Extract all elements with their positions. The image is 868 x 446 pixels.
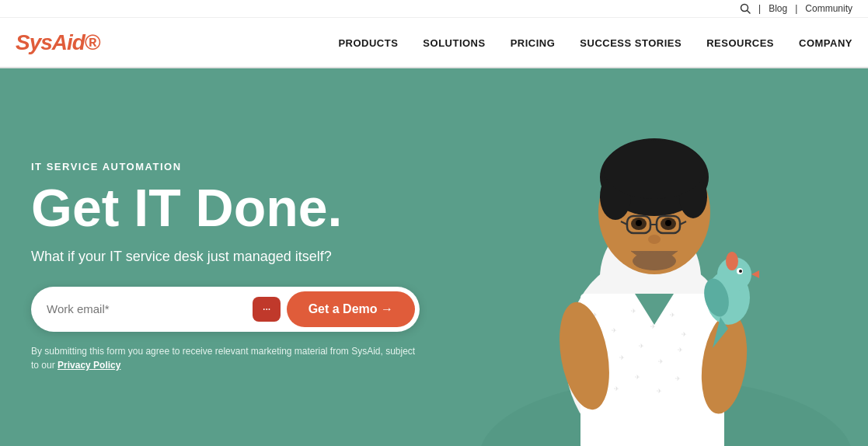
svg-point-18 bbox=[665, 220, 671, 226]
svg-text:✈: ✈ bbox=[612, 327, 617, 334]
svg-point-48 bbox=[726, 252, 738, 270]
nav-link-pricing[interactable]: PRICING bbox=[511, 37, 556, 49]
nav-item-solutions[interactable]: SOLUTIONS bbox=[423, 36, 485, 50]
hero-image: ✈ ✈ ✈ ✈ ✈ ✈ ✈ ✈ ✈ ✈ ✈ ✈ ✈ ✈ ✈ ✈ bbox=[464, 68, 868, 446]
hero-eyebrow: IT SERVICE AUTOMATION bbox=[31, 161, 420, 172]
logo-text: SysAid bbox=[16, 30, 85, 54]
nav-item-products[interactable]: PRODUCTS bbox=[338, 36, 398, 50]
hero-disclaimer: By submitting this form you agree to rec… bbox=[31, 344, 420, 372]
svg-point-17 bbox=[636, 220, 642, 226]
svg-text:✈: ✈ bbox=[657, 388, 662, 395]
svg-point-45 bbox=[739, 270, 742, 273]
hero-illustration: ✈ ✈ ✈ ✈ ✈ ✈ ✈ ✈ ✈ ✈ ✈ ✈ ✈ ✈ ✈ ✈ bbox=[479, 68, 852, 446]
hero-subtitle: What if your IT service desk just manage… bbox=[31, 249, 420, 265]
logo[interactable]: SysAid® bbox=[16, 30, 100, 55]
privacy-policy-link[interactable]: Privacy Policy bbox=[58, 360, 120, 371]
svg-point-19 bbox=[648, 235, 661, 244]
get-demo-button[interactable]: Get a Demo → bbox=[287, 291, 415, 327]
svg-marker-43 bbox=[751, 270, 759, 278]
svg-text:✈: ✈ bbox=[635, 374, 640, 381]
svg-point-9 bbox=[604, 140, 705, 199]
svg-line-1 bbox=[748, 11, 751, 14]
nav-item-pricing[interactable]: PRICING bbox=[511, 36, 556, 50]
nav-link-products[interactable]: PRODUCTS bbox=[338, 37, 398, 49]
top-bar: | Blog | Community bbox=[0, 0, 868, 18]
svg-text:✈: ✈ bbox=[619, 354, 625, 361]
top-bar-separator: | bbox=[758, 3, 761, 14]
svg-text:✈: ✈ bbox=[682, 331, 687, 338]
hero-section: IT SERVICE AUTOMATION Get IT Done. What … bbox=[0, 68, 868, 446]
svg-text:✈: ✈ bbox=[658, 358, 664, 365]
chat-icon: ··· bbox=[253, 297, 281, 322]
hero-form: ··· Get a Demo → bbox=[31, 287, 420, 332]
svg-text:✈: ✈ bbox=[614, 385, 619, 392]
svg-text:✈: ✈ bbox=[675, 375, 681, 382]
email-input[interactable] bbox=[47, 296, 246, 322]
blog-link[interactable]: Blog bbox=[769, 3, 787, 14]
nav-links: PRODUCTS SOLUTIONS PRICING SUCCESS STORI… bbox=[338, 36, 852, 50]
svg-point-20 bbox=[633, 252, 676, 270]
nav-link-resources[interactable]: RESOURCES bbox=[706, 37, 774, 49]
svg-text:✈: ✈ bbox=[678, 347, 683, 354]
community-link[interactable]: Community bbox=[805, 3, 852, 14]
hero-content: IT SERVICE AUTOMATION Get IT Done. What … bbox=[31, 161, 420, 371]
svg-text:✈: ✈ bbox=[670, 312, 675, 319]
nav-item-company[interactable]: COMPANY bbox=[799, 36, 852, 50]
hero-title: Get IT Done. bbox=[31, 180, 420, 235]
chat-dots-icon: ··· bbox=[262, 302, 270, 316]
navbar: SysAid® PRODUCTS SOLUTIONS PRICING SUCCE… bbox=[0, 18, 868, 68]
svg-text:✈: ✈ bbox=[639, 343, 644, 350]
nav-item-success[interactable]: SUCCESS STORIES bbox=[580, 36, 682, 50]
nav-item-resources[interactable]: RESOURCES bbox=[706, 36, 774, 50]
nav-link-solutions[interactable]: SOLUTIONS bbox=[423, 37, 485, 49]
top-bar-separator2: | bbox=[795, 3, 797, 14]
svg-text:✈: ✈ bbox=[631, 308, 636, 315]
search-button[interactable] bbox=[740, 3, 751, 14]
nav-link-company[interactable]: COMPANY bbox=[799, 37, 852, 49]
logo-dot: ® bbox=[85, 30, 100, 54]
nav-link-success[interactable]: SUCCESS STORIES bbox=[580, 37, 682, 49]
svg-text:✈: ✈ bbox=[650, 323, 656, 330]
